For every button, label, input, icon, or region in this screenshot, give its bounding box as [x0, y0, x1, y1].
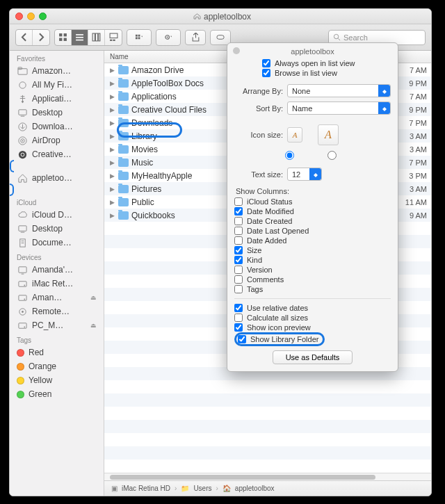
file-name: Creative Cloud Files: [131, 105, 207, 115]
column-checkbox[interactable]: Date Last Opened: [234, 226, 391, 236]
sidebar-item[interactable]: appletoo…: [10, 171, 104, 185]
back-button[interactable]: [16, 30, 33, 45]
sidebar-section-header: Favorites: [10, 51, 104, 64]
disclosure-triangle-icon[interactable]: ▶: [108, 133, 115, 140]
arrange-by-select[interactable]: None: [287, 84, 391, 97]
titlebar[interactable]: appletoolbox: [10, 9, 431, 24]
text-size-select[interactable]: 12: [287, 168, 322, 181]
view-column-button[interactable]: [88, 30, 105, 45]
horizontal-scrollbar[interactable]: [104, 473, 431, 480]
column-checkbox[interactable]: Comments: [234, 275, 391, 284]
column-checkbox[interactable]: Date Added: [234, 236, 391, 245]
disk-icon: [17, 320, 28, 330]
sort-by-select[interactable]: Name: [287, 101, 391, 115]
disclosure-triangle-icon[interactable]: ▶: [108, 159, 115, 166]
minimize-icon[interactable]: [27, 13, 35, 20]
disclosure-triangle-icon[interactable]: ▶: [108, 93, 115, 100]
forward-button[interactable]: [33, 30, 49, 45]
sidebar-item[interactable]: Orange: [10, 359, 104, 373]
sidebar-item[interactable]: Remote…: [10, 304, 104, 318]
use-as-defaults-button[interactable]: Use as Defaults: [273, 350, 353, 364]
sidebar-item[interactable]: Aman…⏏: [10, 291, 104, 304]
eject-icon[interactable]: ⏏: [90, 322, 97, 329]
sidebar-item[interactable]: Amazon…: [10, 64, 104, 78]
svg-rect-47: [18, 323, 26, 328]
sidebar-item[interactable]: PC_M…⏏: [10, 318, 104, 332]
disclosure-triangle-icon[interactable]: ▶: [108, 106, 115, 113]
view-options-popover: appletoolbox Always open in list view Br…: [227, 42, 398, 372]
column-checkbox[interactable]: Date Modified: [234, 206, 391, 216]
column-label: Comments: [247, 275, 284, 284]
file-name: Downloads: [131, 118, 172, 128]
svg-rect-14: [138, 35, 140, 37]
sidebar-item[interactable]: Amanda'…: [10, 263, 104, 277]
sidebar-item[interactable]: iCloud D…: [10, 208, 104, 222]
zoom-icon[interactable]: [39, 13, 47, 20]
sidebar-item[interactable]: Creative…: [10, 147, 104, 161]
folder-icon: [118, 119, 129, 127]
home-icon: [17, 173, 28, 183]
column-checkbox[interactable]: iCloud Status: [234, 197, 391, 206]
disclosure-triangle-icon[interactable]: ▶: [108, 120, 115, 127]
sidebar-item[interactable]: AirDrop: [10, 133, 104, 147]
view-list-button[interactable]: [72, 30, 88, 45]
disclosure-triangle-icon[interactable]: ▶: [108, 199, 115, 206]
browse-list-checkbox[interactable]: Browse in list view: [262, 68, 391, 78]
file-date: 7 PM: [409, 158, 427, 167]
tag-dot-icon: [17, 363, 24, 371]
sidebar-item[interactable]: iMac Ret…: [10, 277, 104, 291]
column-checkbox[interactable]: Kind: [234, 255, 391, 265]
disclosure-triangle-icon[interactable]: ▶: [108, 146, 115, 153]
column-checkbox[interactable]: Size: [234, 245, 391, 255]
show-library-folder-checkbox[interactable]: Show Library Folder: [238, 334, 318, 344]
view-gallery-button[interactable]: [105, 30, 122, 45]
always-open-list-checkbox[interactable]: Always open in list view: [262, 58, 391, 68]
disclosure-triangle-icon[interactable]: ▶: [108, 186, 115, 193]
icon-size-large-radio[interactable]: [324, 149, 339, 161]
sidebar-item[interactable]: Applicati…: [10, 92, 104, 106]
arrange-menu[interactable]: [127, 29, 152, 46]
use-relative-dates-checkbox[interactable]: Use relative dates: [234, 303, 391, 313]
sidebar-item[interactable]: Red: [10, 346, 104, 359]
sidebar-item[interactable]: Yellow: [10, 373, 104, 387]
disclosure-triangle-icon[interactable]: ▶: [108, 80, 115, 87]
sidebar-item[interactable]: Desktop: [10, 222, 104, 236]
calculate-sizes-checkbox[interactable]: Calculate all sizes: [234, 313, 391, 323]
sidebar-item[interactable]: Green: [10, 387, 104, 401]
sidebar-item[interactable]: Downloa…: [10, 120, 104, 133]
file-date: 7 AM: [410, 92, 427, 101]
svg-point-25: [22, 100, 24, 102]
icon-size-small-radio[interactable]: [282, 149, 296, 161]
tag-dot-icon: [17, 377, 24, 384]
close-icon[interactable]: [15, 13, 23, 20]
disclosure-triangle-icon[interactable]: ▶: [108, 172, 115, 179]
sidebar-item[interactable]: Docume…: [10, 236, 104, 250]
icon-size-samples: AA: [287, 124, 339, 145]
column-checkbox[interactable]: Tags: [234, 284, 391, 294]
view-switcher: [54, 29, 122, 46]
share-button[interactable]: [185, 30, 206, 45]
pathbar[interactable]: ▣iMac Retina HD› 📁Users› 🏠appletoolbox: [104, 480, 431, 496]
sidebar-item-label: Orange: [29, 361, 56, 371]
popover-close-icon[interactable]: [233, 47, 240, 54]
show-icon-preview-checkbox[interactable]: Show icon preview: [234, 323, 391, 332]
sidebar-item[interactable]: Desktop: [10, 106, 104, 120]
svg-rect-4: [76, 34, 83, 35]
disclosure-triangle-icon[interactable]: ▶: [108, 67, 115, 74]
svg-rect-11: [110, 40, 112, 41]
column-checkbox[interactable]: Date Created: [234, 216, 391, 226]
file-name: Movies: [131, 145, 158, 154]
arrange-by-label: Arrange By:: [234, 87, 283, 95]
sidebar-item[interactable]: All My Fi…: [10, 78, 104, 92]
file-name: AppleToolBox Docs: [131, 79, 204, 88]
sidebar-item-label: Yellow: [29, 375, 52, 385]
column-checkbox[interactable]: Version: [234, 265, 391, 275]
view-icon-button[interactable]: [55, 30, 72, 45]
disclosure-triangle-icon[interactable]: ▶: [108, 212, 115, 219]
eject-icon[interactable]: ⏏: [90, 294, 97, 301]
sidebar-item-label: Desktop: [32, 108, 63, 117]
file-date: 3 AM: [410, 145, 427, 154]
file-date: 9 PM: [409, 106, 427, 114]
action-menu[interactable]: [156, 29, 181, 46]
desktop-icon: [17, 224, 28, 234]
